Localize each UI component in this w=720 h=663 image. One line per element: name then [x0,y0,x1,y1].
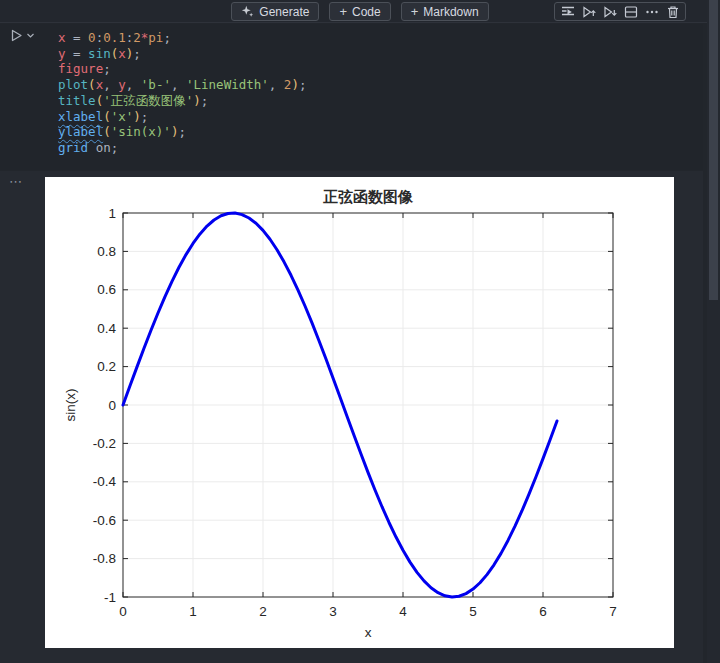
code-line: x = 0:0.1:2*pi; [58,30,693,46]
svg-text:0: 0 [119,604,127,619]
svg-text:2: 2 [259,604,267,619]
plot-ylabel: sin(x) [63,389,78,422]
cell-actions-group [554,2,686,21]
svg-text:-0.8: -0.8 [93,551,116,566]
output-more-actions-icon[interactable]: ⋯ [9,177,23,187]
notebook-toolbar: Generate + Code + Markdown [0,0,720,23]
svg-text:7: 7 [609,604,617,619]
sine-plot: 01234567-1-0.8-0.6-0.4-0.200.20.40.60.81… [45,177,674,648]
execute-below-icon[interactable] [600,3,619,20]
code-line: ylabel('sin(x)'); [58,124,693,140]
svg-text:3: 3 [329,604,337,619]
generate-button[interactable]: Generate [231,2,319,21]
add-markdown-label: Markdown [423,5,478,19]
code-line: grid on; [58,140,693,156]
split-cell-icon[interactable] [621,3,640,20]
code-line: xlabel('x'); [58,109,693,125]
code-editor[interactable]: x = 0:0.1:2*pi;y = sin(x);figure;plot(x,… [58,30,693,156]
svg-text:-0.6: -0.6 [93,513,116,528]
svg-text:-0.2: -0.2 [93,436,116,451]
run-cell-icon [8,27,25,44]
code-line: y = sin(x); [58,46,693,62]
add-code-button[interactable]: + Code [329,2,390,21]
svg-text:0.2: 0.2 [97,359,116,374]
execute-above-icon[interactable] [579,3,598,20]
svg-text:6: 6 [539,604,547,619]
svg-text:4: 4 [399,604,407,619]
delete-cell-icon[interactable] [663,3,682,20]
svg-text:-0.4: -0.4 [93,474,117,489]
code-line: plot(x, y, 'b-', 'LineWidth', 2); [58,77,693,93]
plot-xlabel: x [365,625,372,640]
run-by-line-icon[interactable] [558,3,577,20]
sparkle-icon [241,5,254,18]
svg-text:0: 0 [108,398,116,413]
svg-text:1: 1 [189,604,197,619]
svg-text:0.4: 0.4 [97,321,116,336]
code-line: title('正弦函数图像'); [58,93,693,109]
plus-icon: + [411,5,419,18]
code-line: figure; [58,61,693,77]
plot-title: 正弦函数图像 [323,188,414,205]
run-cell-button[interactable] [8,26,40,44]
svg-text:0.8: 0.8 [97,244,116,259]
matlab-figure-output: 01234567-1-0.8-0.6-0.4-0.200.20.40.60.81… [45,177,674,648]
svg-text:5: 5 [469,604,477,619]
svg-text:0.6: 0.6 [97,282,116,297]
svg-text:-1: -1 [104,590,116,605]
cell-output-region: ⋯ 01234567-1-0.8-0.6-0.4-0.200.20.40.60.… [0,171,703,663]
plus-icon: + [339,5,347,18]
add-code-label: Code [352,5,381,19]
generate-label: Generate [259,5,309,19]
code-cell: x = 0:0.1:2*pi;y = sin(x);figure;plot(x,… [0,24,703,170]
vertical-scrollbar-thumb[interactable] [709,0,718,300]
vertical-scrollbar-track [707,0,720,663]
svg-text:1: 1 [108,206,116,221]
add-markdown-button[interactable]: + Markdown [401,2,489,21]
more-actions-icon[interactable] [642,3,661,20]
chevron-down-icon [26,31,35,40]
